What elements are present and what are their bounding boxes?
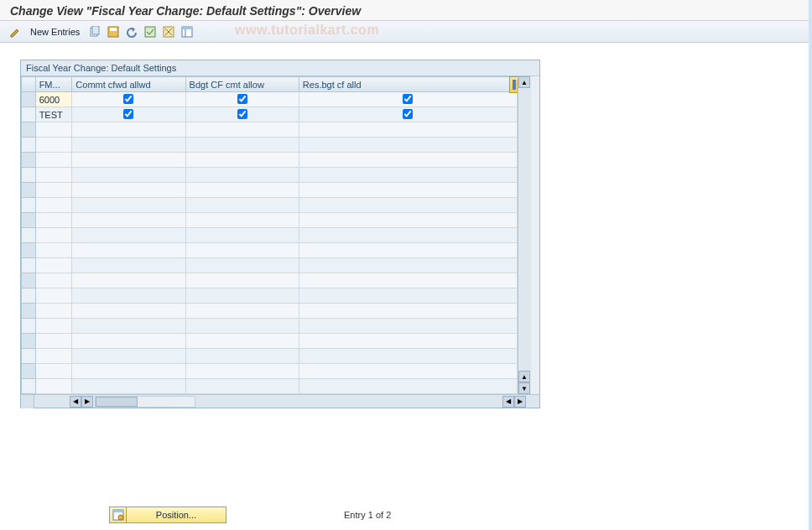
row-selector[interactable] — [22, 107, 36, 122]
res-cell[interactable] — [299, 107, 517, 122]
res-cell[interactable] — [299, 379, 517, 394]
position-button[interactable]: Position... — [109, 507, 226, 523]
row-selector[interactable] — [22, 319, 36, 334]
res-cell[interactable] — [299, 273, 517, 288]
res-checkbox[interactable] — [403, 94, 413, 104]
fm-cell[interactable] — [35, 349, 72, 364]
commit-cell[interactable] — [72, 107, 185, 122]
copy-icon[interactable] — [86, 24, 103, 39]
commit-cell[interactable] — [72, 122, 185, 138]
res-cell[interactable] — [299, 288, 517, 304]
row-selector[interactable] — [22, 138, 36, 153]
commit-cell[interactable] — [72, 379, 185, 394]
table-row[interactable] — [22, 319, 518, 334]
commit-cell[interactable] — [72, 364, 185, 379]
commit-cell[interactable] — [72, 273, 185, 288]
fm-cell[interactable] — [35, 213, 72, 228]
res-cell[interactable] — [299, 138, 517, 153]
bdgt-cell[interactable] — [185, 168, 299, 183]
new-entries-button[interactable]: New Entries — [25, 24, 85, 39]
fm-cell[interactable]: TEST — [35, 107, 72, 122]
row-selector[interactable] — [22, 304, 36, 319]
hscroll-left-icon[interactable]: ◀ — [70, 396, 81, 408]
table-row[interactable] — [22, 213, 518, 228]
res-checkbox[interactable] — [403, 109, 413, 119]
fm-cell[interactable] — [35, 258, 72, 273]
table-row[interactable] — [22, 334, 518, 349]
commit-cell[interactable] — [72, 153, 185, 168]
bdgt-cell[interactable] — [185, 183, 299, 198]
commit-cell[interactable] — [72, 92, 185, 107]
row-selector[interactable] — [22, 334, 36, 349]
bdgt-cell[interactable] — [185, 107, 299, 122]
horizontal-scrollbar[interactable]: ◀ ▶ ◀ ▶ — [21, 394, 539, 408]
res-cell[interactable] — [299, 364, 517, 379]
row-selector[interactable] — [22, 349, 36, 364]
deselect-all-icon[interactable] — [160, 24, 177, 39]
commit-cell[interactable] — [72, 168, 185, 183]
commit-cell[interactable] — [72, 183, 185, 198]
res-cell[interactable] — [299, 349, 517, 364]
table-row[interactable] — [22, 379, 518, 394]
row-selector[interactable] — [22, 183, 36, 198]
row-selector[interactable] — [22, 243, 36, 258]
commit-cell[interactable] — [72, 319, 185, 334]
fm-cell[interactable] — [35, 138, 72, 153]
row-selector[interactable] — [22, 92, 36, 107]
res-cell[interactable] — [299, 228, 517, 243]
bdgt-cell[interactable] — [185, 334, 299, 349]
table-row[interactable] — [22, 138, 518, 153]
res-cell[interactable] — [299, 198, 517, 213]
table-row[interactable] — [22, 273, 518, 288]
column-bdgt[interactable]: Bdgt CF cmt allow — [185, 77, 299, 92]
row-selector[interactable] — [22, 213, 36, 228]
bdgt-cell[interactable] — [185, 304, 299, 319]
hscroll-right2-icon[interactable]: ▶ — [514, 396, 526, 408]
res-cell[interactable] — [299, 122, 517, 138]
commit-cell[interactable] — [72, 243, 185, 258]
commit-checkbox[interactable] — [123, 109, 133, 119]
row-selector[interactable] — [22, 168, 36, 183]
table-row[interactable] — [22, 122, 518, 138]
fm-cell[interactable] — [35, 153, 72, 168]
table-row[interactable] — [22, 304, 518, 319]
column-commit[interactable]: Commt cfwd allwd — [72, 77, 185, 92]
commit-cell[interactable] — [72, 258, 185, 273]
undo-icon[interactable] — [123, 24, 140, 39]
hscroll-left2-icon[interactable]: ◀ — [502, 396, 514, 408]
row-selector[interactable] — [22, 228, 36, 243]
res-cell[interactable] — [299, 153, 517, 168]
row-selector[interactable] — [22, 122, 36, 138]
fm-cell[interactable] — [35, 304, 72, 319]
commit-cell[interactable] — [72, 213, 185, 228]
row-selector[interactable] — [22, 273, 36, 288]
fm-cell[interactable] — [35, 334, 72, 349]
fm-cell[interactable] — [35, 288, 72, 304]
table-row[interactable] — [22, 198, 518, 213]
table-row[interactable]: 6000 — [22, 92, 518, 107]
res-cell[interactable] — [299, 213, 517, 228]
fm-cell[interactable] — [35, 364, 72, 379]
fm-cell[interactable] — [35, 319, 72, 334]
table-row[interactable] — [22, 153, 518, 168]
bdgt-cell[interactable] — [185, 228, 299, 243]
fm-cell[interactable] — [35, 228, 72, 243]
table-row[interactable] — [22, 168, 518, 183]
table-row[interactable] — [22, 183, 518, 198]
fm-cell[interactable] — [35, 379, 72, 394]
bdgt-cell[interactable] — [185, 153, 299, 168]
hscroll-right-icon[interactable]: ▶ — [81, 396, 93, 408]
table-row[interactable] — [22, 258, 518, 273]
commit-cell[interactable] — [72, 198, 185, 213]
fm-cell[interactable] — [35, 168, 72, 183]
bdgt-cell[interactable] — [185, 138, 299, 153]
commit-cell[interactable] — [72, 288, 185, 304]
commit-cell[interactable] — [72, 349, 185, 364]
table-row[interactable] — [22, 288, 518, 304]
pencil-icon[interactable] — [7, 24, 23, 39]
layout-icon[interactable] — [179, 24, 195, 39]
column-fm[interactable]: FM... — [35, 77, 72, 92]
row-selector[interactable] — [22, 364, 36, 379]
scroll-up-icon[interactable]: ▲ — [518, 76, 530, 88]
commit-cell[interactable] — [72, 138, 185, 153]
